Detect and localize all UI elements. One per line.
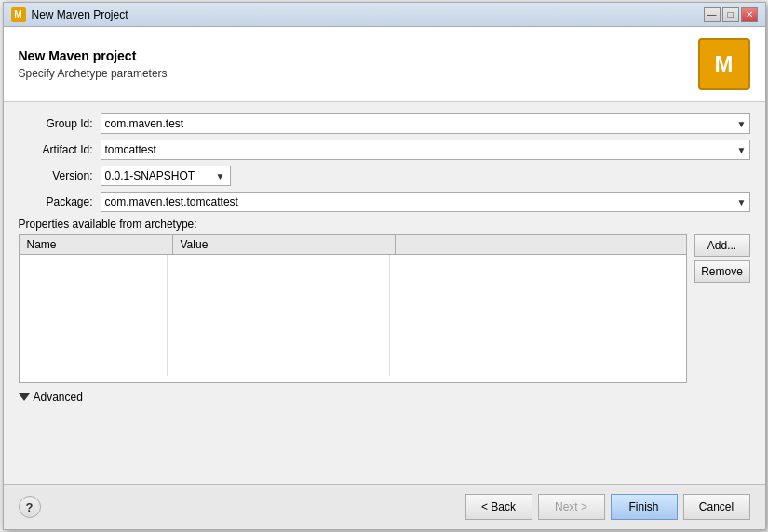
version-wrapper: 0.0.1-SNAPSHOT ▼ [101, 166, 231, 186]
package-label: Package: [19, 195, 93, 208]
cancel-button[interactable]: Cancel [683, 494, 750, 520]
artifact-id-select[interactable]: tomcattest [101, 140, 750, 160]
table-header: Name Value [20, 235, 686, 255]
package-wrapper: com.maven.test.tomcattest ▼ [101, 192, 750, 212]
table-col-name: Name [20, 235, 173, 254]
footer-left: ? [19, 496, 41, 518]
titlebar: M New Maven Project — □ ✕ [4, 3, 765, 27]
footer: ? < Back Next > Finish Cancel [4, 484, 765, 529]
finish-button[interactable]: Finish [611, 494, 678, 520]
table-buttons: Add... Remove [694, 234, 750, 383]
package-select[interactable]: com.maven.test.tomcattest [101, 192, 750, 212]
table-col-value: Value [173, 235, 396, 254]
properties-label: Properties available from archetype: [19, 218, 750, 231]
window-icon: M [11, 7, 26, 22]
group-id-select[interactable]: com.maven.test [101, 113, 750, 134]
artifact-id-label: Artifact Id: [19, 143, 93, 156]
table-body [20, 255, 686, 376]
footer-right: < Back Next > Finish Cancel [465, 494, 750, 520]
back-button[interactable]: < Back [465, 494, 532, 520]
table-col-extra-body [390, 255, 685, 376]
next-button[interactable]: Next > [538, 494, 605, 520]
maximize-button[interactable]: □ [722, 7, 739, 22]
advanced-section[interactable]: Advanced [19, 391, 750, 404]
table-area: Name Value Add... Remove [19, 234, 750, 383]
close-button[interactable]: ✕ [741, 7, 758, 22]
artifact-id-wrapper: tomcattest ▼ [101, 140, 750, 160]
page-subtitle: Specify Archetype parameters [19, 67, 168, 80]
titlebar-left: M New Maven Project [11, 7, 128, 22]
advanced-label: Advanced [34, 391, 83, 404]
minimize-button[interactable]: — [704, 7, 721, 22]
help-button[interactable]: ? [19, 496, 41, 518]
window-title: New Maven Project [32, 8, 128, 21]
content: New Maven project Specify Archetype para… [4, 27, 765, 529]
group-id-wrapper: com.maven.test ▼ [101, 113, 750, 134]
maven-icon: M [698, 38, 750, 90]
group-id-label: Group Id: [19, 117, 93, 130]
header-text: New Maven project Specify Archetype para… [19, 48, 168, 80]
package-row: Package: com.maven.test.tomcattest ▼ [19, 192, 750, 212]
window: M New Maven Project — □ ✕ New Maven proj… [3, 2, 766, 530]
titlebar-controls: — □ ✕ [704, 7, 758, 22]
group-id-row: Group Id: com.maven.test ▼ [19, 113, 750, 134]
version-row: Version: 0.0.1-SNAPSHOT ▼ [19, 166, 750, 186]
artifact-id-row: Artifact Id: tomcattest ▼ [19, 140, 750, 160]
properties-table: Name Value [19, 234, 687, 383]
page-title: New Maven project [19, 48, 168, 63]
remove-button[interactable]: Remove [694, 260, 750, 283]
header: New Maven project Specify Archetype para… [4, 27, 765, 102]
table-col-value-body [168, 255, 390, 376]
add-button[interactable]: Add... [694, 234, 750, 257]
version-label: Version: [19, 169, 93, 182]
table-col-name-body [20, 255, 168, 376]
advanced-toggle-icon [19, 393, 30, 401]
form-area: Group Id: com.maven.test ▼ Artifact Id: … [4, 102, 765, 484]
table-col-extra [396, 235, 686, 254]
version-select[interactable]: 0.0.1-SNAPSHOT [101, 166, 231, 186]
